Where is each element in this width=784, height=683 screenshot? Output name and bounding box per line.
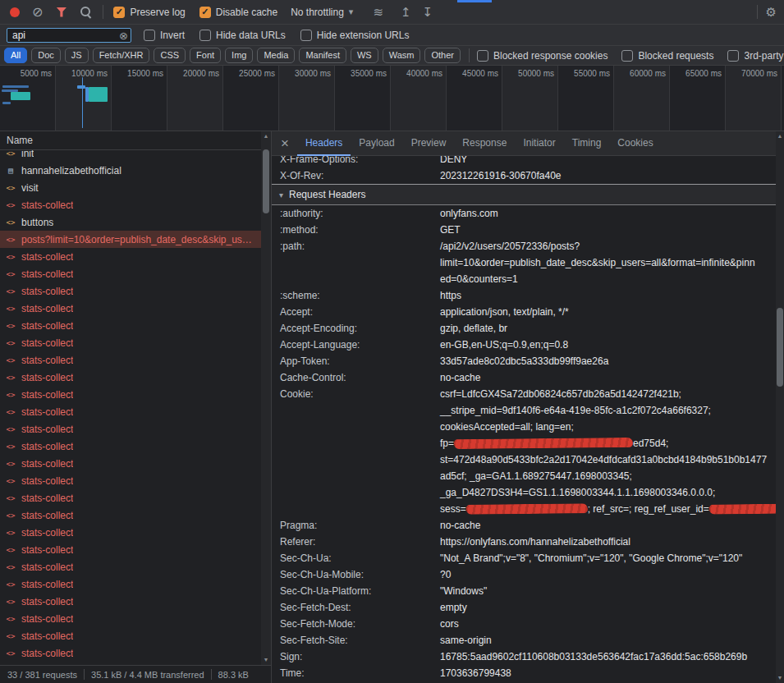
request-row[interactable]: <> stats-collect <box>0 317 261 334</box>
request-row[interactable]: <> stats-collect <box>0 455 261 472</box>
close-details-icon[interactable]: × <box>272 132 297 155</box>
search-icon[interactable] <box>80 6 92 18</box>
request-row[interactable]: <> stats-collect <box>0 300 261 317</box>
settings-gear-icon[interactable]: ⚙ <box>766 6 777 18</box>
type-filter-chip[interactable]: CSS <box>154 48 186 62</box>
filter-input[interactable] <box>7 30 112 41</box>
request-row[interactable]: <> stats-collect <box>0 386 261 403</box>
throttling-dropdown[interactable]: No throttling ▾ <box>291 7 353 18</box>
record-button[interactable] <box>10 7 20 17</box>
clear-filter-icon[interactable]: ⊗ <box>119 30 128 42</box>
request-name: stats-collect <box>21 475 73 487</box>
type-filter-chip[interactable]: JS <box>65 48 89 62</box>
request-name: stats-collect <box>21 372 73 383</box>
header-value: 1703636799438 <box>440 665 511 681</box>
header-name: :authority: <box>280 205 440 222</box>
disable-cache-checkbox[interactable]: ✓ Disable cache <box>199 7 277 18</box>
scrollbar-thumb[interactable] <box>777 308 783 387</box>
header-name: :scheme: <box>280 287 440 304</box>
request-row[interactable]: <> stats-collect <box>0 196 261 213</box>
type-filter-chip[interactable]: Wasm <box>383 48 421 62</box>
filter-option-checkbox[interactable]: Blocked requests <box>621 50 713 62</box>
details-tab[interactable]: Response <box>454 131 515 156</box>
name-column-header[interactable]: Name <box>0 131 261 150</box>
request-row[interactable]: <> stats-collect <box>0 644 261 662</box>
export-har-icon[interactable]: ↧ <box>423 6 433 18</box>
details-tab[interactable]: Initiator <box>515 131 563 156</box>
request-name: stats-collect <box>21 579 73 590</box>
request-row[interactable]: <> stats-collect <box>0 627 261 644</box>
request-row[interactable]: <> posts?limit=10&order=publish_date_des… <box>0 231 261 248</box>
type-filter-chip[interactable]: Manifest <box>299 48 346 62</box>
type-filter-chip[interactable]: Fetch/XHR <box>93 48 150 62</box>
details-tab[interactable]: Cookies <box>609 131 661 156</box>
header-value: https://onlyfans.com/hannahelizabethoffi… <box>440 534 630 550</box>
request-row[interactable]: <> stats-collect <box>0 334 261 351</box>
checkbox-label: Preserve log <box>130 7 185 18</box>
request-row[interactable]: <> stats-collect <box>0 489 261 507</box>
checkbox-label: Hide data URLs <box>216 30 286 41</box>
check-icon: ✓ <box>201 7 209 16</box>
request-row[interactable]: <> stats-collect <box>0 369 261 386</box>
request-row[interactable]: <> stats-collect <box>0 420 261 438</box>
import-har-icon[interactable]: ↥ <box>401 6 411 18</box>
type-filter-chip[interactable]: Media <box>257 48 295 62</box>
request-row[interactable]: <> stats-collect <box>0 541 261 558</box>
scroll-up-arrow[interactable]: ▲ <box>776 131 784 141</box>
type-filter-chip[interactable]: Img <box>225 48 253 62</box>
request-row[interactable]: <> stats-collect <box>0 265 261 282</box>
file-type-icon: <> <box>5 529 16 537</box>
request-row[interactable]: <> stats-collect <box>0 403 261 420</box>
request-row[interactable]: <> buttons <box>0 213 261 231</box>
scrollbar-thumb[interactable] <box>263 149 269 213</box>
filter-option-checkbox[interactable]: 3rd-party requests <box>727 50 784 62</box>
request-row[interactable]: <> stats-collect <box>0 438 261 455</box>
request-row[interactable]: <> stats-collect <box>0 282 261 300</box>
scroll-up-arrow[interactable]: ▲ <box>261 131 271 141</box>
request-row[interactable]: <> visit <box>0 179 261 196</box>
file-type-icon: <> <box>5 253 16 261</box>
request-row[interactable]: <> stats-collect <box>0 248 261 265</box>
header-value-line: onlyfans.com <box>440 205 498 222</box>
header-value-line: "Not_A Brand";v="8", "Chromium";v="120",… <box>440 550 742 566</box>
preserve-log-checkbox[interactable]: ✓ Preserve log <box>113 7 185 18</box>
network-overview-timeline[interactable]: 5000 ms 10000 ms 15000 ms 20000 ms 25000… <box>0 66 784 131</box>
hide-extension-urls-checkbox[interactable]: ✓ Hide extension URLs <box>300 30 410 41</box>
scroll-down-arrow[interactable]: ▼ <box>776 673 784 683</box>
filter-option-checkbox[interactable]: Blocked response cookies <box>477 50 607 62</box>
type-filter-chip[interactable]: Font <box>190 48 221 62</box>
checkbox-box <box>477 50 488 62</box>
timeline-tick-label: 55000 ms <box>558 69 610 78</box>
details-tab[interactable]: Preview <box>403 131 455 156</box>
header-value-line: _ga_D4827DS3H4=GS1.1.1698003344.1.1.1698… <box>440 484 776 501</box>
request-row[interactable]: <> stats-collect <box>0 351 261 369</box>
request-row[interactable]: <> stats-collect <box>0 593 261 610</box>
header-value: cors <box>440 616 459 632</box>
request-row[interactable]: <> stats-collect <box>0 507 261 524</box>
request-row[interactable]: <> stats-collect <box>0 558 261 575</box>
type-filter-chip[interactable]: Doc <box>31 48 61 62</box>
checkbox-box: ✓ <box>199 7 211 18</box>
request-row[interactable]: <> stats-collect <box>0 524 261 541</box>
filter-funnel-icon[interactable] <box>56 7 66 17</box>
header-value: empty <box>440 599 467 616</box>
type-filter-chip[interactable]: All <box>4 48 27 62</box>
request-row[interactable]: <> init <box>0 150 261 162</box>
hide-data-urls-checkbox[interactable]: ✓ Hide data URLs <box>199 30 286 41</box>
request-row[interactable]: <> stats-collect <box>0 472 261 489</box>
clear-network-log-button[interactable]: ⊘ <box>32 6 43 19</box>
type-filter-chip[interactable]: WS <box>351 48 378 62</box>
file-type-icon: <> <box>5 615 16 623</box>
request-row[interactable]: <> stats-collect <box>0 610 261 627</box>
invert-checkbox[interactable]: ✓ Invert <box>144 30 185 41</box>
details-tab[interactable]: Timing <box>564 131 610 156</box>
request-row[interactable]: ▤ hannahelizabethofficial <box>0 162 261 179</box>
type-filter-chip[interactable]: Other <box>424 48 461 62</box>
details-tab[interactable]: Payload <box>351 131 402 156</box>
scroll-down-arrow[interactable]: ▼ <box>261 655 271 665</box>
details-tab[interactable]: Headers <box>297 131 351 156</box>
request-row[interactable]: <> stats-collect <box>0 575 261 593</box>
request-headers-section-header[interactable]: ▾ Request Headers <box>272 184 776 205</box>
network-conditions-icon[interactable]: ≋ <box>373 6 383 18</box>
header-name: Sec-Ch-Ua: <box>280 550 440 566</box>
